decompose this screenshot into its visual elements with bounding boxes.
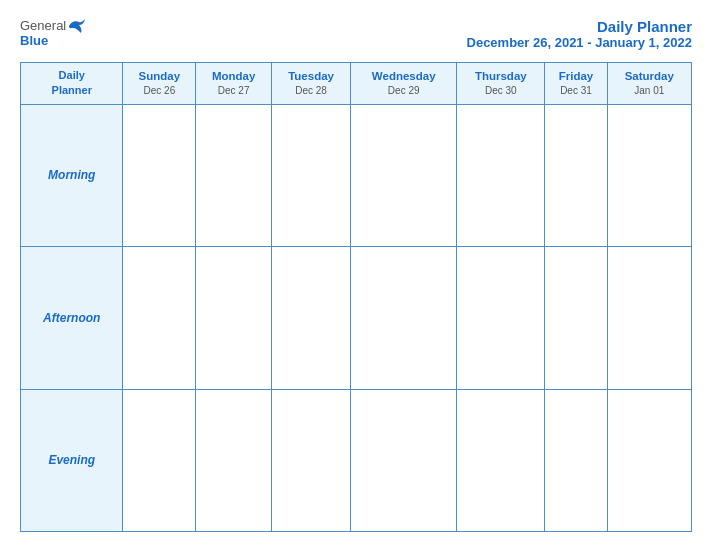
- day-date: Dec 29: [354, 84, 453, 97]
- table-row: Evening: [21, 389, 692, 531]
- cell-evening-friday[interactable]: [545, 389, 607, 531]
- col-header-saturday: SaturdayJan 01: [607, 63, 691, 105]
- planner-date: December 26, 2021 - January 1, 2022: [467, 35, 692, 50]
- table-row: Afternoon: [21, 247, 692, 389]
- cell-morning-tuesday[interactable]: [271, 104, 350, 246]
- header: General Blue Daily Planner December 26, …: [20, 18, 692, 50]
- cell-morning-monday[interactable]: [196, 104, 272, 246]
- calendar-table: Daily Planner SundayDec 26MondayDec 27Tu…: [20, 62, 692, 532]
- cell-morning-wednesday[interactable]: [351, 104, 457, 246]
- planner-title: Daily Planner: [467, 18, 692, 35]
- header-row: Daily Planner SundayDec 26MondayDec 27Tu…: [21, 63, 692, 105]
- day-date: Dec 28: [275, 84, 347, 97]
- day-date: Dec 30: [460, 84, 541, 97]
- col-header-wednesday: WednesdayDec 29: [351, 63, 457, 105]
- cell-morning-thursday[interactable]: [457, 104, 545, 246]
- col-header-sunday: SundayDec 26: [123, 63, 196, 105]
- row-label-afternoon: Afternoon: [21, 247, 123, 389]
- day-date: Dec 26: [126, 84, 192, 97]
- day-date: Dec 31: [548, 84, 603, 97]
- label-header-line1: Daily: [59, 69, 85, 81]
- cell-evening-wednesday[interactable]: [351, 389, 457, 531]
- day-name: Tuesday: [275, 69, 347, 84]
- logo-general: General: [20, 19, 66, 33]
- col-header-friday: FridayDec 31: [545, 63, 607, 105]
- day-name: Saturday: [611, 69, 688, 84]
- cell-afternoon-saturday[interactable]: [607, 247, 691, 389]
- cell-morning-sunday[interactable]: [123, 104, 196, 246]
- cell-afternoon-monday[interactable]: [196, 247, 272, 389]
- day-name: Wednesday: [354, 69, 453, 84]
- day-date: Jan 01: [611, 84, 688, 97]
- cell-evening-sunday[interactable]: [123, 389, 196, 531]
- day-name: Thursday: [460, 69, 541, 84]
- day-name: Sunday: [126, 69, 192, 84]
- cell-afternoon-wednesday[interactable]: [351, 247, 457, 389]
- table-row: Morning: [21, 104, 692, 246]
- cell-afternoon-thursday[interactable]: [457, 247, 545, 389]
- cell-evening-saturday[interactable]: [607, 389, 691, 531]
- row-label-evening: Evening: [21, 389, 123, 531]
- table-label-header: Daily Planner: [21, 63, 123, 105]
- day-date: Dec 27: [199, 84, 268, 97]
- title-area: Daily Planner December 26, 2021 - Januar…: [467, 18, 692, 50]
- day-name: Monday: [199, 69, 268, 84]
- logo-area: General Blue: [20, 18, 87, 48]
- day-name: Friday: [548, 69, 603, 84]
- cell-morning-saturday[interactable]: [607, 104, 691, 246]
- cell-evening-monday[interactable]: [196, 389, 272, 531]
- col-header-thursday: ThursdayDec 30: [457, 63, 545, 105]
- cell-afternoon-tuesday[interactable]: [271, 247, 350, 389]
- label-header-line2: Planner: [52, 84, 92, 96]
- col-header-tuesday: TuesdayDec 28: [271, 63, 350, 105]
- cell-evening-tuesday[interactable]: [271, 389, 350, 531]
- cell-afternoon-sunday[interactable]: [123, 247, 196, 389]
- cell-afternoon-friday[interactable]: [545, 247, 607, 389]
- row-label-morning: Morning: [21, 104, 123, 246]
- cell-morning-friday[interactable]: [545, 104, 607, 246]
- col-header-monday: MondayDec 27: [196, 63, 272, 105]
- bird-icon: [67, 18, 87, 34]
- cell-evening-thursday[interactable]: [457, 389, 545, 531]
- logo-blue: Blue: [20, 34, 48, 48]
